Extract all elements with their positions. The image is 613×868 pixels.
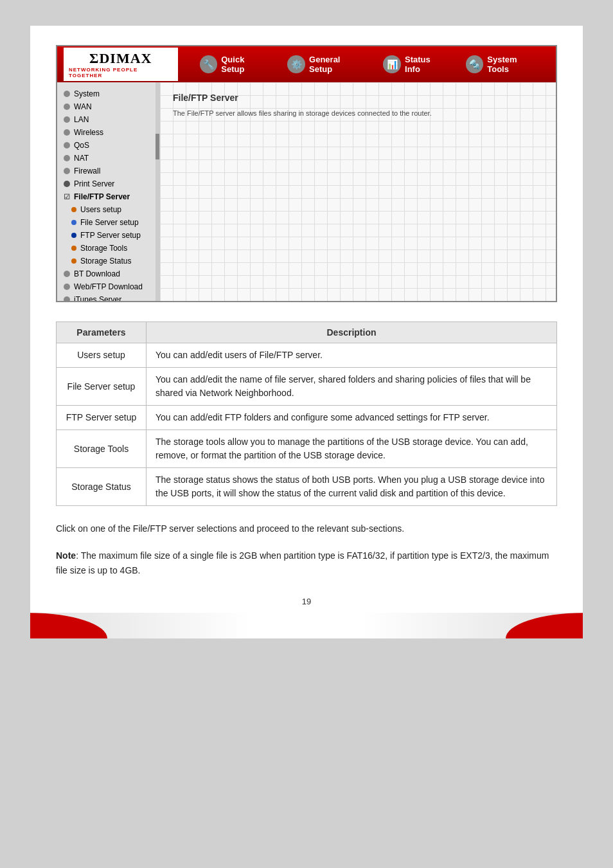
nav-tab-statusinfo[interactable]: 📊 Status Info [374, 50, 456, 79]
lan-label: LAN [74, 115, 89, 124]
quicksetup-label: Quick Setup [221, 55, 269, 74]
system-label: System [74, 89, 100, 98]
btdownload-bullet [64, 271, 70, 277]
itunesserver-label: iTunes Server [74, 295, 121, 301]
sidebar-item-wireless[interactable]: Wireless [57, 126, 159, 139]
table-cell-param-3: Storage Tools [57, 430, 147, 468]
sidebar-subitem-storagetools[interactable]: Storage Tools [57, 242, 159, 255]
generalsetup-label: General Setup [309, 55, 365, 74]
main-page-description: The File/FTP server allows files sharing… [173, 109, 543, 117]
storagetools-label: Storage Tools [80, 244, 127, 253]
parameters-table: Parameters Description Users setup You c… [56, 321, 557, 506]
sidebar-item-system[interactable]: System [57, 87, 159, 100]
qos-bullet [64, 142, 70, 149]
system-bullet [64, 91, 70, 97]
note-label: Note [56, 550, 76, 561]
sidebar-item-webftpdownload[interactable]: Web/FTP Download [57, 280, 159, 293]
sidebar-subitem-ftpserversetup[interactable]: FTP Server setup [57, 229, 159, 242]
page-container: ΣDIMAX NETWORKING PEOPLE TOGETHER 🔧 Quic… [30, 26, 583, 638]
quicksetup-icon: 🔧 [200, 55, 218, 73]
userssetup-label: Users setup [80, 205, 121, 214]
page-bottom-decoration [30, 613, 583, 638]
systemtools-icon: 🔩 [466, 55, 484, 73]
note-text: Note: The maximum file size of a single … [56, 548, 557, 577]
table-cell-desc-2: You can add/edit FTP folders and configu… [147, 406, 557, 430]
generalsetup-icon: ⚙️ [287, 55, 305, 73]
nat-label: NAT [74, 154, 89, 163]
note-content: : The maximum file size of a single file… [56, 550, 549, 575]
sidebar-item-firewall[interactable]: Firewall [57, 165, 159, 177]
nat-bullet [64, 155, 70, 161]
qos-label: QoS [74, 141, 89, 150]
main-page-title: File/FTP Server [173, 93, 543, 103]
printserver-label: Print Server [74, 179, 114, 188]
sidebar-item-lan[interactable]: LAN [57, 113, 159, 126]
table-cell-desc-4: The storage status shows the status of b… [147, 468, 557, 506]
table-cell-param-1: File Server setup [57, 368, 147, 406]
wireless-label: Wireless [74, 128, 103, 137]
sidebar-item-printserver[interactable]: Print Server [57, 177, 159, 190]
table-cell-desc-3: The storage tools allow you to manage th… [147, 430, 557, 468]
ftpserversetup-label: FTP Server setup [80, 231, 141, 240]
fileftpserver-label: File/FTP Server [74, 192, 130, 201]
fileserversetup-bullet [71, 220, 76, 225]
sidebar-item-itunesserver[interactable]: iTunes Server [57, 293, 159, 301]
table-cell-desc-1: You can add/edit the name of file server… [147, 368, 557, 406]
webftpdownload-label: Web/FTP Download [74, 282, 143, 291]
logo-sigma: ΣDIMAX [89, 50, 152, 67]
wan-label: WAN [74, 102, 92, 111]
sidebar-item-wan[interactable]: WAN [57, 100, 159, 113]
firewall-bullet [64, 168, 70, 174]
table-cell-param-2: FTP Server setup [57, 406, 147, 430]
itunesserver-bullet [64, 296, 70, 301]
router-screenshot: ΣDIMAX NETWORKING PEOPLE TOGETHER 🔧 Quic… [56, 45, 557, 302]
table-header-parameters: Parameters [57, 322, 147, 343]
page-number: 19 [56, 597, 557, 606]
ftpserversetup-bullet [71, 233, 76, 238]
storagestatus-label: Storage Status [80, 257, 131, 266]
table-row: Users setup You can add/edit users of Fi… [57, 343, 557, 368]
userssetup-bullet [71, 207, 76, 212]
wan-bullet [64, 104, 70, 110]
router-main-content: File/FTP Server The File/FTP server allo… [160, 82, 556, 301]
storagetools-bullet [71, 246, 76, 251]
table-row: Storage Tools The storage tools allow yo… [57, 430, 557, 468]
folder-icon: ☑ [64, 193, 70, 201]
sidebar-item-btdownload[interactable]: BT Download [57, 267, 159, 280]
lan-bullet [64, 116, 70, 123]
sidebar-item-fileftpserver[interactable]: ☑ File/FTP Server [57, 190, 159, 203]
table-cell-desc-0: You can add/edit users of File/FTP serve… [147, 343, 557, 368]
red-accent-left [30, 613, 107, 638]
router-nav: 🔧 Quick Setup ⚙️ General Setup 📊 Status … [191, 50, 549, 79]
fileserversetup-label: File Server setup [80, 218, 139, 227]
table-cell-param-0: Users setup [57, 343, 147, 368]
systemtools-label: System Tools [487, 55, 540, 74]
printserver-bullet [64, 181, 70, 187]
sidebar-item-nat[interactable]: NAT [57, 152, 159, 165]
btdownload-label: BT Download [74, 269, 120, 278]
webftpdownload-bullet [64, 284, 70, 290]
table-row: File Server setup You can add/edit the n… [57, 368, 557, 406]
router-logo: ΣDIMAX NETWORKING PEOPLE TOGETHER [64, 48, 178, 81]
router-sidebar: System WAN LAN Wireless QoS [57, 82, 160, 301]
statusinfo-label: Status Info [405, 55, 448, 74]
storagestatus-bullet [71, 258, 76, 264]
nav-tab-quicksetup[interactable]: 🔧 Quick Setup [191, 50, 279, 79]
logo-tagline: NETWORKING PEOPLE TOGETHER [69, 67, 173, 78]
nav-tab-generalsetup[interactable]: ⚙️ General Setup [278, 50, 374, 79]
firewall-label: Firewall [74, 167, 100, 176]
wireless-bullet [64, 129, 70, 136]
router-header: ΣDIMAX NETWORKING PEOPLE TOGETHER 🔧 Quic… [57, 46, 556, 82]
sidebar-subitem-userssetup[interactable]: Users setup [57, 203, 159, 216]
table-header-description: Description [147, 322, 557, 343]
table-row: Storage Status The storage status shows … [57, 468, 557, 506]
scrollbar-thumb [155, 134, 159, 159]
router-body: System WAN LAN Wireless QoS [57, 82, 556, 301]
sidebar-item-qos[interactable]: QoS [57, 139, 159, 152]
table-row: FTP Server setup You can add/edit FTP fo… [57, 406, 557, 430]
sidebar-subitem-storagestatus[interactable]: Storage Status [57, 255, 159, 267]
sidebar-subitem-fileserversetup[interactable]: File Server setup [57, 216, 159, 229]
nav-tab-systemtools[interactable]: 🔩 System Tools [457, 50, 549, 79]
red-accent-right [506, 613, 583, 638]
sidebar-scrollbar[interactable] [155, 82, 159, 301]
